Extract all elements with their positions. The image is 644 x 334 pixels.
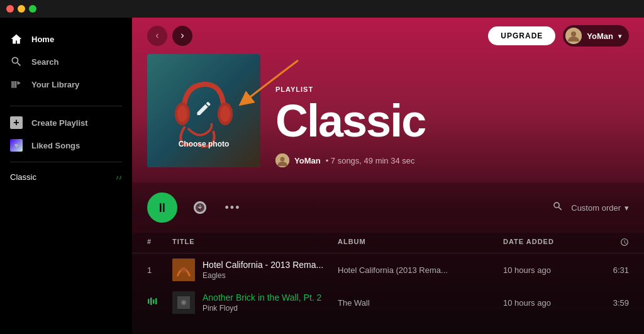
track-duration: 6:31 (597, 265, 629, 275)
sort-chevron-icon: ▾ (625, 203, 629, 213)
track-number-playing (147, 296, 172, 309)
top-nav-right: UPGRADE YoMan ▾ (488, 25, 629, 47)
owner-avatar (275, 153, 289, 167)
track-date-added: 10 hours ago (503, 298, 597, 308)
sidebar-divider-2 (10, 162, 122, 162)
sidebar-item-home[interactable]: Home (0, 28, 132, 50)
download-button[interactable] (190, 198, 210, 218)
playlist-info: PLAYLIST Classic YoMan • 7 songs, 49 min… (275, 86, 629, 167)
sort-button[interactable]: Custom order ▾ (571, 203, 629, 213)
top-nav: UPGRADE YoMan ▾ (132, 18, 644, 54)
user-menu-button[interactable]: YoMan ▾ (563, 25, 629, 47)
home-icon (10, 33, 23, 45)
playlist-header: Choose photo PLAYLIST Classic (132, 54, 644, 182)
upgrade-button[interactable]: UPGRADE (488, 26, 555, 45)
sort-label: Custom order (571, 203, 621, 213)
maximize-button[interactable] (29, 5, 36, 13)
track-list-header: # TITLE ALBUM DATE ADDED (132, 233, 644, 253)
nav-arrows (147, 26, 192, 46)
sidebar-item-home-label: Home (31, 35, 54, 44)
sidebar-liked-songs[interactable]: ♥ Liked Songs (0, 134, 132, 157)
track-info: Another Brick in the Wall, Pt. 2 Pink Fl… (172, 291, 338, 314)
content-area: UPGRADE YoMan ▾ (132, 18, 644, 334)
sidebar-item-search[interactable]: Search (0, 50, 132, 73)
liked-songs-label: Liked Songs (31, 141, 80, 150)
play-pause-button[interactable]: ⏸ (147, 192, 177, 223)
more-options-button[interactable]: ••• (223, 198, 243, 218)
controls-right: Custom order ▾ (552, 201, 629, 214)
track-info: Hotel California - 2013 Rema... Eagles (172, 259, 338, 281)
plus-icon: + (10, 116, 23, 129)
track-name-artist: Another Brick in the Wall, Pt. 2 Pink Fl… (203, 292, 321, 313)
album-art[interactable]: Choose photo (147, 54, 260, 167)
table-row[interactable]: Another Brick in the Wall, Pt. 2 Pink Fl… (132, 286, 644, 319)
sidebar: Home Search Your (0, 18, 132, 334)
svg-point-19 (183, 302, 185, 304)
col-album: ALBUM (338, 238, 503, 248)
track-list: # TITLE ALBUM DATE ADDED 1 (132, 233, 644, 334)
svg-point-11 (180, 267, 187, 273)
close-button[interactable] (6, 5, 14, 13)
sidebar-divider (10, 106, 122, 106)
track-artist: Pink Floyd (203, 304, 321, 313)
playlist-type-label: PLAYLIST (275, 86, 629, 93)
volume-icon: ♪♪ (116, 174, 122, 181)
sidebar-playlist-classic[interactable]: Classic ♪♪ (0, 167, 132, 187)
controls-bar: ⏸ ••• (132, 182, 644, 233)
create-playlist-label: Create Playlist (31, 118, 88, 128)
heart-icon: ♥ (10, 139, 23, 152)
track-number: 1 (147, 265, 172, 275)
track-name: Another Brick in the Wall, Pt. 2 (203, 292, 321, 303)
traffic-lights (6, 5, 36, 13)
track-artist: Eagles (203, 271, 323, 280)
track-date-added: 10 hours ago (503, 265, 597, 275)
playlist-name: Classic (10, 172, 36, 182)
track-album: The Wall (338, 298, 503, 308)
back-button[interactable] (147, 26, 167, 46)
choose-photo-label: Choose photo (179, 140, 230, 148)
track-duration: 3:59 (597, 298, 629, 308)
sidebar-item-library-label: Your Library (31, 80, 79, 89)
search-icon (10, 55, 23, 68)
user-avatar (565, 28, 582, 44)
forward-button[interactable] (172, 26, 192, 46)
sidebar-nav: Home Search Your (0, 23, 132, 101)
playlist-meta: YoMan • 7 songs, 49 min 34 sec (275, 153, 629, 167)
minimize-button[interactable] (18, 5, 25, 13)
svg-rect-15 (155, 298, 157, 304)
svg-rect-13 (150, 298, 152, 305)
col-date: DATE ADDED (503, 238, 597, 248)
playlist-title: Classic (275, 98, 629, 143)
svg-point-1 (571, 31, 576, 36)
svg-point-8 (280, 157, 285, 162)
playlist-meta-text: • 7 songs, 49 min 34 sec (326, 156, 415, 165)
user-name: YoMan (587, 31, 613, 41)
title-bar (0, 0, 644, 18)
svg-point-3 (177, 106, 187, 122)
track-name-artist: Hotel California - 2013 Rema... Eagles (203, 260, 323, 280)
col-num: # (147, 238, 172, 248)
sidebar-item-search-label: Search (31, 57, 58, 67)
track-thumbnail (172, 259, 195, 281)
chevron-down-icon: ▾ (618, 33, 621, 40)
track-album: Hotel California (2013 Rema... (338, 265, 503, 275)
clock-icon (597, 238, 629, 248)
search-tracks-button[interactable] (552, 201, 564, 214)
svg-rect-14 (153, 299, 155, 304)
track-thumbnail (172, 291, 195, 314)
sidebar-create-playlist[interactable]: + Create Playlist (0, 111, 132, 134)
edit-photo-icon (195, 100, 213, 122)
svg-point-5 (220, 106, 230, 122)
col-title: TITLE (172, 238, 338, 248)
svg-rect-12 (148, 299, 150, 304)
owner-name: YoMan (294, 156, 321, 165)
main-layout: Home Search Your (0, 18, 644, 334)
library-icon (10, 78, 23, 91)
app-container: Home Search Your (0, 0, 644, 334)
sidebar-item-library[interactable]: Your Library (0, 73, 132, 96)
table-row[interactable]: 1 Hotel California - 2013 Rema... Eagles (132, 253, 644, 286)
track-name: Hotel California - 2013 Rema... (203, 260, 323, 270)
